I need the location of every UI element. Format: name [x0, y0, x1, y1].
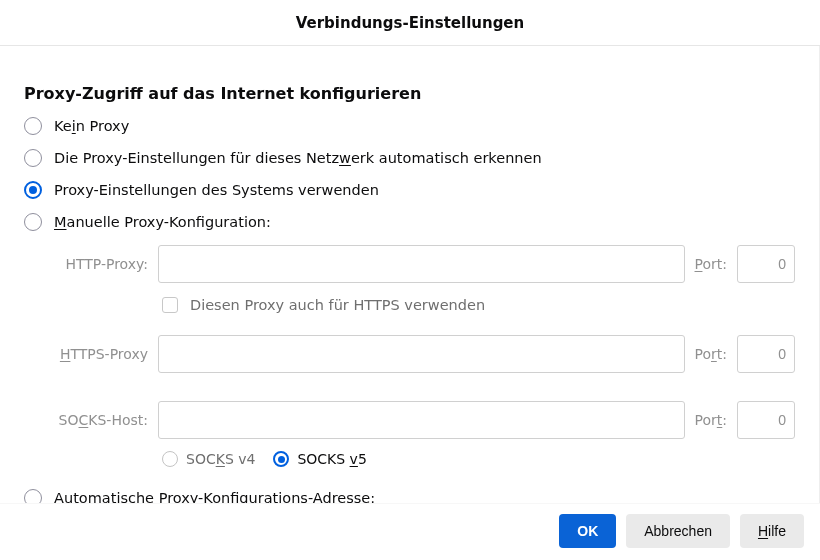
socks-host-label: SOCKS-Host:: [50, 412, 148, 428]
radio-icon: [24, 149, 42, 167]
radio-pac-url[interactable]: Automatische Proxy-Konfigurations-Adress…: [24, 489, 795, 503]
http-port-input[interactable]: [737, 245, 795, 283]
http-proxy-input[interactable]: [158, 245, 685, 283]
https-proxy-label: HTTPS-Proxy: [50, 346, 148, 362]
radio-icon: [24, 117, 42, 135]
use-for-https-label: Diesen Proxy auch für HTTPS verwenden: [190, 297, 485, 313]
radio-pac-url-label: Automatische Proxy-Konfigurations-Adress…: [54, 490, 375, 503]
http-port-label: Port:: [695, 256, 727, 272]
manual-proxy-form: HTTP-Proxy: Port: Diesen Proxy auch für …: [50, 245, 795, 467]
radio-manual-proxy[interactable]: Manuelle Proxy-Konfiguration:: [24, 213, 795, 231]
radio-icon: [162, 451, 178, 467]
radio-icon: [24, 213, 42, 231]
radio-system-proxy[interactable]: Proxy-Einstellungen des Systems verwende…: [24, 181, 795, 199]
radio-socks-v5[interactable]: SOCKS v5: [273, 451, 366, 467]
radio-auto-detect[interactable]: Die Proxy-Einstellungen für dieses Netzw…: [24, 149, 795, 167]
socks-port-label: Port:: [695, 412, 727, 428]
http-proxy-label: HTTP-Proxy:: [50, 256, 148, 272]
ok-button[interactable]: OK: [559, 514, 616, 548]
dialog-title: Verbindungs-Einstellungen: [0, 0, 820, 46]
radio-socks-v4[interactable]: SOCKS v4: [162, 451, 255, 467]
https-port-input[interactable]: [737, 335, 795, 373]
socks-port-input[interactable]: [737, 401, 795, 439]
radio-auto-detect-label: Die Proxy-Einstellungen für dieses Netzw…: [54, 150, 542, 166]
radio-manual-proxy-label: Manuelle Proxy-Konfiguration:: [54, 214, 271, 230]
radio-no-proxy[interactable]: Kein Proxy: [24, 117, 795, 135]
https-port-label: Port:: [695, 346, 728, 362]
socks-host-input[interactable]: [158, 401, 685, 439]
dialog-footer: OK Abbrechen Hilfe: [0, 503, 820, 560]
radio-no-proxy-label: Kein Proxy: [54, 118, 129, 134]
help-button[interactable]: Hilfe: [740, 514, 804, 548]
use-for-https-checkbox[interactable]: Diesen Proxy auch für HTTPS verwenden: [162, 297, 795, 313]
dialog-body: Proxy-Zugriff auf das Internet konfiguri…: [0, 46, 820, 503]
cancel-button[interactable]: Abbrechen: [626, 514, 730, 548]
checkbox-icon: [162, 297, 178, 313]
https-proxy-input[interactable]: [158, 335, 685, 373]
section-heading: Proxy-Zugriff auf das Internet konfiguri…: [24, 84, 795, 103]
radio-system-proxy-label: Proxy-Einstellungen des Systems verwende…: [54, 182, 379, 198]
radio-icon: [24, 489, 42, 503]
radio-icon-selected: [24, 181, 42, 199]
radio-icon-selected: [273, 451, 289, 467]
